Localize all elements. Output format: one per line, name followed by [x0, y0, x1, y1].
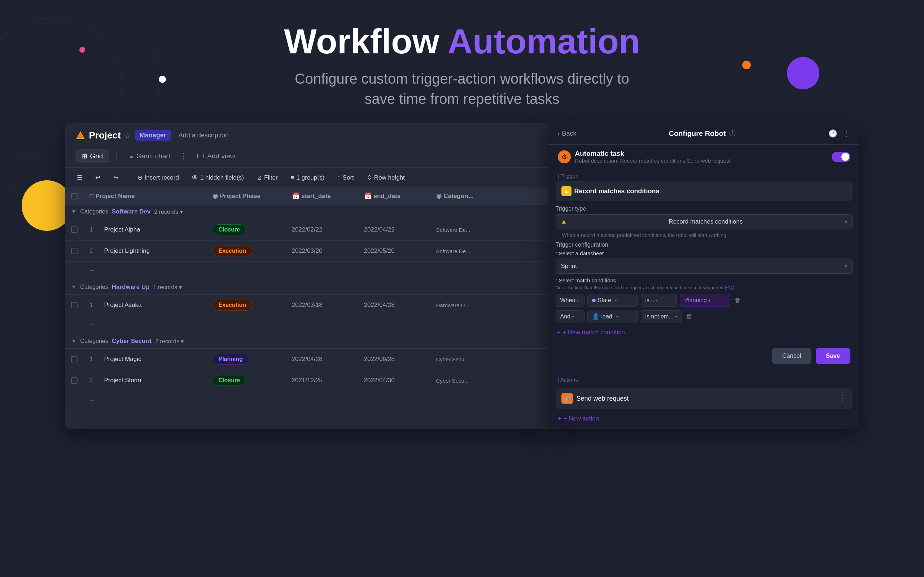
condition-op-not-empty[interactable]: is not em... ▾ — [641, 310, 682, 323]
table-row[interactable]: 1 Project Alpha Closure 2022/02/22 2022/… — [65, 219, 549, 240]
trigger-card: ▲ Record matches conditions — [556, 181, 853, 201]
row-checkbox[interactable] — [71, 226, 78, 233]
gantt-tab-icon: ≡ — [129, 153, 134, 160]
robot-type-icon: ⚙ — [558, 150, 571, 163]
group-arrow-2: ▼ — [71, 284, 77, 290]
group-row-software-dev[interactable]: ▼ Categories Software Dev 2 records ▾ — [65, 205, 549, 219]
table-row[interactable]: 2 Project Lightning Execution 2022/03/20… — [65, 240, 549, 262]
chevron-down-icon-2: ▾ — [845, 263, 847, 269]
gantt-tab-menu[interactable]: ⋮ — [180, 152, 187, 161]
new-action-plus-icon: + — [558, 415, 561, 422]
filter-label: Filter — [264, 174, 278, 181]
title-highlight: Automation — [448, 22, 640, 61]
row-project-phase: Execution — [207, 240, 286, 261]
trigger-card-icon: ▲ — [561, 186, 572, 196]
condition-field-state[interactable]: State ▾ — [587, 294, 638, 307]
phase-badge: Closure — [213, 224, 246, 235]
add-description[interactable]: Add a description — [179, 132, 229, 139]
robot-footer: Cancel Save — [549, 343, 859, 369]
delete-condition-2-icon[interactable]: 🗑 — [685, 311, 694, 322]
phase-badge: Execution — [213, 300, 252, 311]
tab-grid[interactable]: ⊞ Grid — [75, 149, 110, 163]
th-checkbox — [65, 189, 84, 204]
cancel-button[interactable]: Cancel — [772, 348, 811, 364]
condition-value-planning[interactable]: Planning ▾ — [680, 294, 730, 307]
toolbar-menu-btn[interactable]: ☰ — [72, 171, 87, 184]
row-category: Cyber Secu... — [430, 351, 549, 367]
grid-tab-menu[interactable]: ⋮ — [112, 152, 120, 161]
th-project-phase: ◉ Project Phase — [207, 188, 286, 204]
robot-toggle[interactable] — [832, 152, 850, 162]
insert-record-button[interactable]: ⊕ Insert record — [132, 171, 184, 184]
add-row-btn-2[interactable]: + — [65, 316, 549, 334]
th-end-date: 📅 end_date — [358, 188, 430, 204]
robot-gear-icon: ⚙ — [561, 153, 567, 161]
chevron-state: ▾ — [615, 298, 617, 303]
toolbar-redo-btn[interactable]: ↪ — [108, 171, 123, 184]
star-icon[interactable]: ☆ — [124, 131, 131, 140]
add-view-button[interactable]: + + Add view — [191, 149, 240, 163]
group-row-hardware[interactable]: ▼ Categories Hardware Up 1 records ▾ — [65, 280, 549, 295]
group-tag-3: Cyber Securit — [112, 338, 152, 345]
group-count-3: 2 records ▾ — [155, 338, 184, 345]
field-icon-end: 📅 — [364, 192, 372, 200]
group-button[interactable]: ≡ 1 group(s) — [286, 172, 330, 184]
row-category: Hardware U... — [430, 297, 549, 313]
row-num: 2 — [84, 372, 99, 389]
new-action-button[interactable]: + + New action — [549, 412, 859, 425]
more-options-icon[interactable]: ⋮ — [843, 129, 850, 138]
add-row-btn-3[interactable]: + — [65, 391, 549, 409]
field-icon-phase: ◉ — [213, 192, 218, 200]
table-row[interactable]: 2 Project Storm Closure 2021/12/25 2022/… — [65, 370, 549, 391]
row-height-button[interactable]: ⇕ Row height — [362, 171, 410, 184]
field-name-lead: lead — [601, 313, 612, 320]
chevron-value: ▾ — [708, 298, 711, 303]
add-row-btn-1[interactable]: + — [65, 262, 549, 280]
back-button[interactable]: ‹ Back — [558, 130, 577, 137]
toolbar-undo-btn[interactable]: ↩ — [90, 171, 105, 184]
trigger-card-title: Record matches conditions — [574, 187, 659, 195]
chevron-and: ▾ — [572, 314, 574, 319]
datasheet-select[interactable]: Sprint ▾ — [556, 259, 853, 274]
row-end-date: 2022/04/30 — [358, 372, 430, 389]
clock-icon[interactable]: 🕐 — [829, 129, 837, 138]
phase-badge: Planning — [213, 354, 249, 364]
info-icon[interactable]: ⓘ — [729, 129, 736, 138]
insert-icon: ⊕ — [137, 174, 142, 181]
trigger-type-select[interactable]: ▲ Record matches conditions ▾ — [556, 214, 853, 229]
faq-link[interactable]: FAQ — [725, 285, 734, 290]
new-match-condition-button[interactable]: + + New match condition — [556, 326, 853, 339]
condition-field-lead[interactable]: 👤 lead ▾ — [587, 310, 638, 323]
row-start-date: 2022/02/22 — [286, 221, 358, 239]
sort-button[interactable]: ↕ Sort — [332, 172, 359, 184]
action-name: Send web request — [577, 395, 629, 403]
th-category: ◉ Categori... — [430, 188, 549, 204]
field-name-state: State — [598, 297, 611, 304]
row-project-phase: Execution — [207, 295, 286, 316]
filter-button[interactable]: ⊿ Filter — [252, 171, 283, 184]
delete-condition-1-icon[interactable]: 🗑 — [733, 295, 743, 306]
condition-op-is[interactable]: is... ▾ — [641, 294, 677, 307]
row-checkbox[interactable] — [71, 356, 78, 363]
hidden-fields-button[interactable]: 👁 1 hidden field(s) — [187, 172, 249, 184]
save-button[interactable]: Save — [816, 348, 850, 364]
condition-connector-when[interactable]: When ▾ — [556, 294, 585, 307]
condition-row-1: When ▾ State ▾ is... ▾ Planning ▾ — [556, 294, 853, 307]
table-row[interactable]: 1 Project Magic Planning 2022/04/28 2022… — [65, 349, 549, 370]
row-num: 2 — [84, 243, 99, 259]
row-checkbox[interactable] — [71, 377, 78, 384]
select-datasheet-label: Select a datasheet — [559, 250, 604, 256]
tab-gantt[interactable]: ≡ Gantt chart — [123, 149, 177, 163]
robot-title-area: Configure Robot ⓘ — [669, 129, 736, 138]
group-row-cyber[interactable]: ▼ Categories Cyber Securit 2 records ▾ — [65, 334, 549, 349]
header-checkbox[interactable] — [71, 193, 78, 200]
action-more-icon[interactable]: ⋮ — [839, 394, 847, 403]
table-row[interactable]: 1 Project Asuka Execution 2022/03/18 202… — [65, 295, 549, 316]
row-checkbox[interactable] — [71, 248, 78, 254]
trigger-type-label: Trigger type — [556, 206, 853, 212]
row-project-name: Project Asuka — [99, 297, 207, 314]
row-end-date: 2022/04/28 — [358, 297, 430, 314]
condition-connector-and[interactable]: And ▾ — [556, 310, 585, 323]
row-checkbox[interactable] — [71, 302, 78, 308]
select-datasheet-row: Sprint ▾ — [556, 259, 853, 274]
